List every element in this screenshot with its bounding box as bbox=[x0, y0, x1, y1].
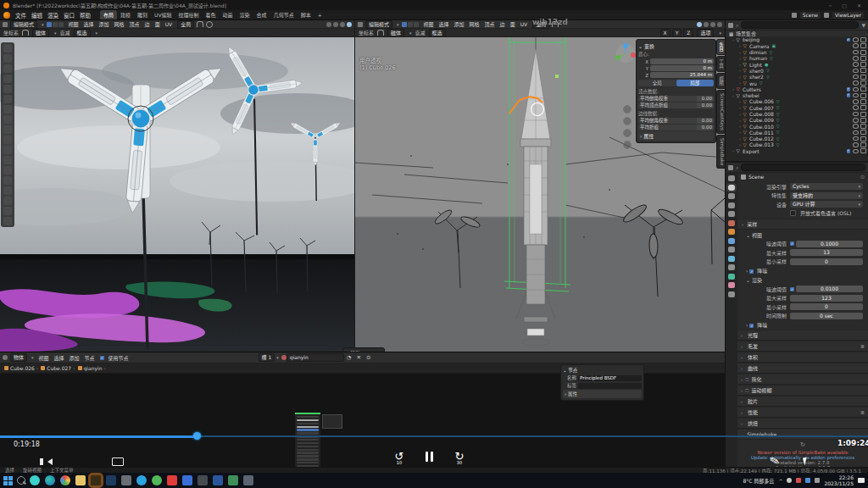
tool-icon[interactable] bbox=[3, 176, 12, 185]
properties-section[interactable]: › 胶片 bbox=[737, 396, 868, 407]
device-dropdown[interactable]: GPU 计算▾ bbox=[790, 201, 863, 208]
properties-section[interactable]: › 毛发 ≣ bbox=[737, 341, 868, 352]
disable-render-toggle[interactable] bbox=[860, 148, 866, 153]
taskbar-app-icon[interactable] bbox=[91, 475, 101, 485]
hide-viewport-toggle[interactable] bbox=[853, 37, 859, 42]
properties-tab[interactable] bbox=[728, 202, 735, 208]
denoise-checkbox[interactable]: ✓ bbox=[749, 324, 754, 328]
workspace-tab[interactable]: UV编辑 bbox=[151, 10, 175, 19]
hide-viewport-toggle[interactable] bbox=[853, 43, 859, 48]
forward-button[interactable]: ↻30 bbox=[452, 449, 467, 464]
tool-icon[interactable] bbox=[3, 115, 12, 124]
active-tool-dropdown[interactable]: 框选 bbox=[429, 29, 446, 37]
microphone-icon[interactable] bbox=[787, 478, 792, 483]
sidebar-tab[interactable]: ScreenCastKeys bbox=[716, 90, 725, 134]
hide-viewport-toggle[interactable] bbox=[853, 99, 859, 104]
taskbar-app-icon[interactable] bbox=[152, 475, 162, 485]
outliner-item[interactable]: › ▽ dimian ▽ ✓ bbox=[726, 49, 868, 55]
taskbar-app-icon[interactable] bbox=[198, 475, 208, 485]
viewport-menu-item[interactable]: 面 bbox=[508, 20, 518, 28]
disable-render-toggle[interactable] bbox=[860, 56, 866, 61]
shader-editor[interactable]: 物体▾ 视图选择添加节点 ✓ 使用节点 槽 1▾ qianyin ◔ ✕ ⊙ C… bbox=[0, 352, 725, 467]
viewport-menu-item[interactable]: 视图 bbox=[66, 20, 81, 28]
taskbar-app-icon[interactable] bbox=[106, 475, 116, 485]
properties-tab[interactable] bbox=[728, 291, 735, 297]
snap-magnet-icon[interactable] bbox=[377, 30, 384, 36]
scene-selector[interactable]: Scene bbox=[799, 11, 821, 19]
cast-screen-icon[interactable] bbox=[112, 458, 124, 466]
properties-tab[interactable] bbox=[728, 229, 735, 235]
tool-icon[interactable] bbox=[3, 95, 12, 103]
disable-render-toggle[interactable] bbox=[860, 99, 866, 104]
zoom-icon[interactable] bbox=[623, 105, 632, 114]
hide-viewport-toggle[interactable] bbox=[853, 142, 859, 147]
disable-render-toggle[interactable] bbox=[860, 68, 866, 73]
properties-tab[interactable] bbox=[728, 175, 735, 181]
median-y-field[interactable]: 0 m bbox=[650, 65, 714, 71]
viewport-menu-item[interactable]: 边 bbox=[142, 20, 153, 28]
start-button[interactable] bbox=[3, 476, 13, 485]
snap-dropdown[interactable]: 磁体 bbox=[32, 29, 49, 37]
render-min-samples-field[interactable]: 0 bbox=[790, 303, 863, 310]
axis-button[interactable]: Y bbox=[672, 29, 682, 37]
snap-magnet-icon[interactable] bbox=[197, 21, 203, 27]
disable-render-toggle[interactable] bbox=[860, 118, 866, 123]
snap-dropdown[interactable]: 磁体 bbox=[387, 29, 404, 37]
disable-render-toggle[interactable] bbox=[860, 124, 866, 129]
render-noise-field[interactable]: 0.0100 bbox=[796, 286, 863, 292]
outliner-item[interactable]: › ▽ Cube.012 ▽ ✓ bbox=[726, 136, 868, 141]
hide-viewport-toggle[interactable] bbox=[853, 87, 859, 92]
exclude-checkbox[interactable]: ✓ bbox=[847, 87, 851, 92]
workspace-tab[interactable]: 脚本 bbox=[298, 10, 314, 19]
median-z-field[interactable]: 25.844 m bbox=[650, 72, 714, 78]
taskbar-app-icon[interactable] bbox=[228, 475, 238, 485]
disable-render-toggle[interactable] bbox=[860, 37, 866, 42]
axis-button[interactable]: X bbox=[660, 29, 670, 37]
tool-icon[interactable] bbox=[3, 166, 12, 175]
disable-render-toggle[interactable] bbox=[860, 43, 866, 48]
properties-search-input[interactable] bbox=[741, 164, 865, 171]
fake-user-button[interactable]: ◔ bbox=[344, 354, 354, 361]
outliner-item[interactable]: › ▽ Light ● ✓ bbox=[726, 61, 868, 67]
filter-icon[interactable]: ▼ bbox=[861, 22, 865, 28]
tool-icon[interactable] bbox=[3, 85, 12, 93]
outliner-item[interactable]: › ▽ Camera ▣ ✓ bbox=[726, 43, 868, 49]
disable-render-toggle[interactable] bbox=[860, 86, 866, 92]
minimize-button[interactable]: ─ bbox=[826, 3, 836, 8]
hide-viewport-toggle[interactable] bbox=[853, 124, 859, 129]
tool-icon[interactable] bbox=[3, 186, 12, 195]
mode-dropdown[interactable]: 编辑模式 bbox=[10, 20, 37, 29]
tool-icon[interactable] bbox=[3, 136, 12, 144]
outliner-item[interactable]: › ▽ Cube.010 ▽ ✓ bbox=[726, 123, 868, 129]
properties-section[interactable]: › 曲线 bbox=[737, 363, 868, 374]
feature-set-dropdown[interactable]: 受支持的▾ bbox=[790, 192, 863, 199]
outliner-item[interactable]: › ▽ human ▽ ✓ bbox=[726, 55, 868, 61]
viewport-menu-item[interactable]: 网格 bbox=[467, 20, 482, 28]
outliner-item[interactable]: › ▽ Cube.008 ▽ ✓ bbox=[726, 111, 868, 117]
engine-dropdown[interactable]: Cycles▾ bbox=[790, 183, 863, 190]
outliner-search-input[interactable] bbox=[741, 21, 859, 29]
orientation-dropdown[interactable]: 全局 bbox=[177, 20, 194, 29]
sampling-section[interactable]: ⌄采样 bbox=[737, 219, 868, 230]
display-mode-icon[interactable] bbox=[728, 23, 733, 28]
sidebar-tab[interactable]: 视图 bbox=[716, 73, 725, 89]
transform-section-header[interactable]: ⌄ 变换 bbox=[638, 42, 714, 50]
properties-tab[interactable] bbox=[728, 238, 735, 244]
properties-section[interactable]: › 烘焙 bbox=[737, 418, 868, 429]
node-section[interactable]: ⌄ 节点 bbox=[563, 367, 642, 374]
viewport-right[interactable]: 编辑模式▾ 视图选择添加网格顶点边面UV 全局 坐标系 磁体▾ 衰减 框选 XY… bbox=[354, 20, 725, 352]
sidebar-tab[interactable]: SimpleBake bbox=[716, 135, 725, 169]
viewport-menu-item[interactable]: 添加 bbox=[452, 20, 467, 28]
pause-button[interactable] bbox=[426, 452, 433, 462]
local-button[interactable]: 局部 bbox=[676, 80, 715, 86]
time-limit-field[interactable]: 0 sec bbox=[790, 313, 863, 319]
viewport-menu-item[interactable]: UV bbox=[163, 21, 175, 27]
tool-icon[interactable] bbox=[3, 105, 12, 114]
disable-render-toggle[interactable] bbox=[860, 136, 866, 141]
hide-viewport-toggle[interactable] bbox=[853, 105, 859, 110]
workspace-tab[interactable]: 几何节点 bbox=[270, 10, 298, 19]
outliner-item[interactable]: › ▽ Cube.013 ▽ ✓ bbox=[726, 141, 868, 147]
editor-type-icon[interactable] bbox=[3, 355, 8, 360]
proportional-edit-icon[interactable] bbox=[206, 21, 213, 28]
viewport-left[interactable]: 编辑模式▾ 视图选择添加网格顶点边面UV 全局 坐标系 磁体▾ 衰减 框选▾ bbox=[0, 20, 354, 352]
